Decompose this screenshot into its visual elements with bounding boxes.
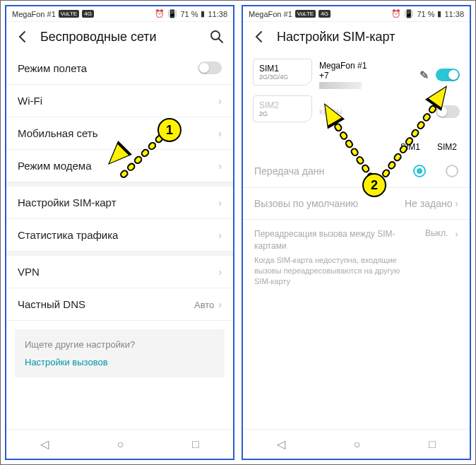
row-label: VPN bbox=[18, 266, 40, 278]
chevron-right-icon: › bbox=[218, 230, 222, 241]
row-label: Передача данн bbox=[254, 165, 324, 177]
edit-icon[interactable]: ✎ bbox=[420, 69, 429, 82]
nav-bar: ◁ ○ □ bbox=[243, 429, 470, 459]
fwd-title: Переадресация вызова между SIM-картами bbox=[254, 228, 418, 252]
row-call-forwarding[interactable]: Переадресация вызова между SIM-картами К… bbox=[243, 220, 470, 296]
row-label: Режим полета bbox=[18, 62, 87, 74]
col-sim2: SIM2 bbox=[437, 142, 457, 152]
row-label: Частный DNS bbox=[18, 298, 85, 310]
sim2-toggle[interactable] bbox=[436, 105, 460, 118]
nav-back-icon[interactable]: ◁ bbox=[40, 437, 49, 451]
clock: 11:38 bbox=[444, 10, 464, 18]
airplane-toggle[interactable] bbox=[198, 61, 222, 74]
sim1-card: SIM1 2G/3G/4G bbox=[253, 59, 312, 86]
battery-icon: ▮ bbox=[201, 9, 205, 18]
row-wifi[interactable]: Wi-Fi › bbox=[6, 85, 233, 117]
row-vpn[interactable]: VPN › bbox=[6, 256, 233, 288]
sim2-row[interactable]: SIM2 2G карты bbox=[253, 95, 460, 128]
sim2-modes: 2G bbox=[259, 110, 306, 117]
back-button[interactable] bbox=[15, 29, 30, 45]
status-bar: MegaFon #1 VoLTE 4G ⏰ 📳 71 % ▮ 11:38 bbox=[6, 6, 233, 22]
carrier-label: MegaFon #1 bbox=[249, 10, 292, 18]
row-default-data[interactable]: Передача данн bbox=[243, 155, 470, 188]
suggestion-box: Ищете другие настройки? Настройки вызово… bbox=[15, 329, 225, 377]
sim1-name: MegaFon #1 bbox=[319, 61, 412, 71]
row-airplane-mode[interactable]: Режим полета bbox=[6, 52, 233, 85]
row-label: Wi-Fi bbox=[18, 95, 42, 107]
chevron-right-icon: › bbox=[218, 266, 222, 278]
chevron-right-icon: › bbox=[218, 197, 222, 208]
chevron-right-icon: › bbox=[218, 160, 222, 172]
svg-point-0 bbox=[211, 31, 220, 40]
data-sim2-radio[interactable] bbox=[446, 165, 458, 177]
row-label: Режим модема bbox=[18, 160, 92, 172]
nav-back-icon[interactable]: ◁ bbox=[277, 437, 285, 451]
row-value: Не задано bbox=[405, 198, 452, 209]
call-settings-link[interactable]: Настройки вызовов bbox=[25, 357, 215, 367]
alarm-icon: ⏰ bbox=[155, 9, 165, 18]
sim2-info: карты bbox=[319, 107, 429, 117]
nav-bar: ◁ ○ □ bbox=[6, 429, 233, 459]
row-tethering[interactable]: Режим модема › bbox=[6, 150, 233, 182]
row-traffic-stats[interactable]: Статистика трафика › bbox=[6, 219, 233, 252]
sim2-hint: карты bbox=[319, 107, 429, 117]
sim1-row[interactable]: SIM1 2G/3G/4G MegaFon #1 +7 ✎ bbox=[253, 59, 460, 91]
sim2-card: SIM2 2G bbox=[253, 95, 312, 122]
sim-column-headers: SIM1 SIM2 bbox=[243, 139, 470, 155]
annotation-badge-1: 1 bbox=[157, 118, 182, 142]
vibrate-icon: 📳 bbox=[167, 9, 177, 18]
sim2-label: SIM2 bbox=[259, 100, 306, 110]
volte-badge: VoLTE bbox=[59, 10, 79, 18]
search-button[interactable] bbox=[209, 29, 225, 45]
row-label: Статистика трафика bbox=[18, 229, 118, 241]
alarm-icon: ⏰ bbox=[391, 9, 401, 18]
chevron-right-icon: › bbox=[218, 95, 222, 107]
row-label: Настройки SIM-карт bbox=[18, 196, 117, 208]
network-badge: 4G bbox=[319, 10, 331, 18]
col-sim1: SIM1 bbox=[400, 142, 420, 152]
screen-header: Настройки SIM-карт bbox=[243, 22, 470, 52]
nav-home-icon[interactable]: ○ bbox=[354, 438, 361, 451]
nav-recents-icon[interactable]: □ bbox=[429, 438, 436, 451]
battery-percent: 71 % bbox=[417, 10, 434, 18]
vibrate-icon: 📳 bbox=[404, 9, 414, 18]
annotation-badge-2: 2 bbox=[362, 173, 386, 197]
sim1-info: MegaFon #1 +7 bbox=[319, 61, 412, 89]
sim1-number-prefix: +7 bbox=[319, 71, 329, 81]
row-mobile-network[interactable]: Мобильная сеть › bbox=[6, 117, 233, 150]
chevron-right-icon: › bbox=[455, 228, 458, 288]
suggestion-prompt: Ищете другие настройки? bbox=[25, 339, 215, 350]
nav-home-icon[interactable]: ○ bbox=[117, 438, 124, 451]
screenshot-wireless-networks: MegaFon #1 VoLTE 4G ⏰ 📳 71 % ▮ 11:38 Бес… bbox=[5, 5, 234, 460]
screen-header: Беспроводные сети bbox=[6, 22, 233, 52]
page-title: Настройки SIM-карт bbox=[277, 30, 461, 45]
sim1-number-redacted bbox=[319, 82, 362, 89]
fwd-desc: Когда SIM-карта недоступна, входящие выз… bbox=[254, 255, 418, 288]
page-title: Беспроводные сети bbox=[40, 30, 199, 45]
status-bar: MegaFon #1 VoLTE 4G ⏰ 📳 71 % ▮ 11:38 bbox=[243, 6, 470, 22]
chevron-right-icon: › bbox=[455, 198, 458, 209]
chevron-right-icon: › bbox=[218, 299, 222, 310]
sim1-label: SIM1 bbox=[259, 64, 306, 73]
screenshot-sim-settings: MegaFon #1 VoLTE 4G ⏰ 📳 71 % ▮ 11:38 Нас… bbox=[242, 5, 471, 460]
sim1-toggle[interactable] bbox=[436, 69, 460, 81]
clock: 11:38 bbox=[208, 10, 227, 18]
row-label: Мобильная сеть bbox=[18, 127, 98, 139]
row-label: Вызовы по умолчанию bbox=[254, 198, 358, 209]
row-default-calls[interactable]: Вызовы по умолчанию Не задано › bbox=[243, 188, 470, 220]
carrier-label: MegaFon #1 bbox=[12, 10, 56, 18]
network-badge: 4G bbox=[82, 10, 94, 18]
chevron-right-icon: › bbox=[218, 128, 222, 139]
battery-percent: 71 % bbox=[180, 10, 198, 18]
back-button[interactable] bbox=[251, 29, 267, 45]
data-sim1-radio[interactable] bbox=[413, 165, 426, 177]
fwd-state: Выкл. bbox=[425, 228, 448, 288]
row-value: Авто bbox=[194, 300, 214, 310]
volte-badge: VoLTE bbox=[295, 10, 316, 18]
row-private-dns[interactable]: Частный DNS Авто› bbox=[6, 288, 233, 321]
nav-recents-icon[interactable]: □ bbox=[192, 438, 199, 451]
row-sim-settings[interactable]: Настройки SIM-карт › bbox=[6, 187, 233, 219]
sim1-modes: 2G/3G/4G bbox=[259, 73, 306, 81]
battery-icon: ▮ bbox=[437, 9, 441, 18]
